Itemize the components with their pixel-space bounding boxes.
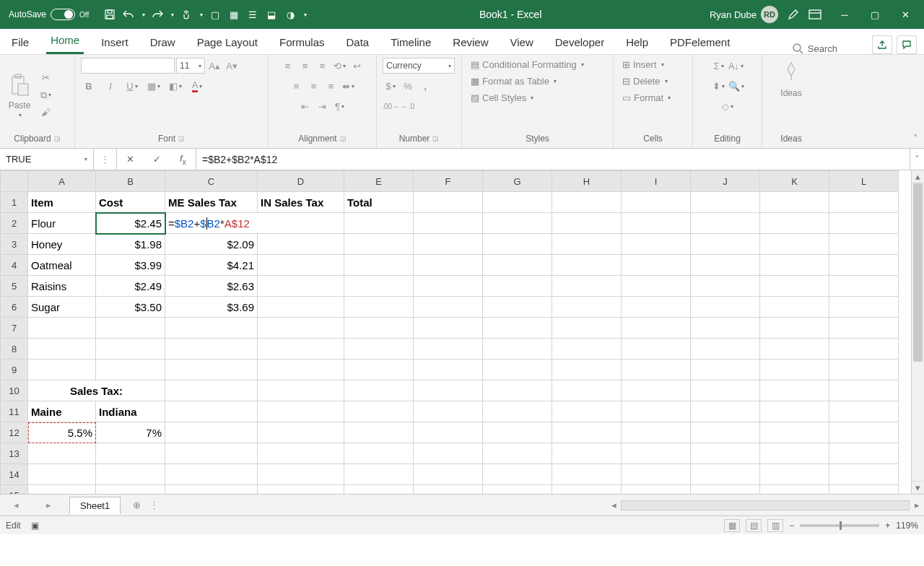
qat-icon-2[interactable]: ▦ xyxy=(227,8,240,21)
row-header-5[interactable]: 5 xyxy=(1,276,28,297)
cell-D8[interactable] xyxy=(258,339,344,360)
cell-C5[interactable]: $2.63 xyxy=(165,276,258,297)
cell-F5[interactable] xyxy=(414,276,483,297)
cell-I10[interactable] xyxy=(622,380,691,401)
close-icon[interactable]: ✕ xyxy=(895,9,915,20)
cell-B9[interactable] xyxy=(96,360,165,380)
paste-icon[interactable] xyxy=(6,71,33,99)
cell-C15[interactable] xyxy=(165,485,258,495)
col-header-J[interactable]: J xyxy=(691,171,760,192)
fill-icon[interactable]: ⬍▾ xyxy=(711,78,727,94)
cell-G15[interactable] xyxy=(483,485,552,495)
qat-icon-1[interactable]: ▢ xyxy=(209,8,222,21)
comma-icon[interactable]: , xyxy=(417,78,433,94)
account-button[interactable]: Ryan Dube RD xyxy=(710,6,778,23)
cell-I14[interactable] xyxy=(622,464,691,485)
cell-G12[interactable] xyxy=(483,422,552,443)
view-page-layout-icon[interactable]: ▤ xyxy=(746,519,762,532)
cell-C1[interactable]: ME Sales Tax xyxy=(165,192,258,213)
cell-A10[interactable]: Sales Tax: xyxy=(28,380,165,401)
sheet-tab-sheet1[interactable]: Sheet1 xyxy=(69,497,121,514)
cell-D6[interactable] xyxy=(258,297,344,318)
maximize-icon[interactable]: ▢ xyxy=(865,9,885,20)
cell-L2[interactable] xyxy=(829,213,899,234)
accounting-icon[interactable]: $▾ xyxy=(383,78,398,94)
cell-J7[interactable] xyxy=(691,318,760,339)
row-header-13[interactable]: 13 xyxy=(1,443,28,464)
col-header-B[interactable]: B xyxy=(96,171,165,192)
zoom-slider[interactable] xyxy=(800,524,879,527)
row-header-3[interactable]: 3 xyxy=(1,234,28,255)
increase-indent-icon[interactable]: ⇥ xyxy=(315,98,331,114)
cell-G9[interactable] xyxy=(483,360,552,380)
autosum-icon[interactable]: Σ▾ xyxy=(711,58,727,74)
find-select-icon[interactable]: 🔍▾ xyxy=(728,78,744,94)
cell-E5[interactable] xyxy=(344,276,414,297)
cell-L12[interactable] xyxy=(829,422,899,443)
qat-more-icon[interactable]: ▾ xyxy=(304,12,307,18)
tell-me-search[interactable]: Search xyxy=(792,43,859,54)
cell-K8[interactable] xyxy=(760,339,829,360)
cell-H9[interactable] xyxy=(552,360,622,380)
cut-icon[interactable]: ✂ xyxy=(38,70,53,86)
cell-A8[interactable] xyxy=(28,339,96,360)
decrease-font-icon[interactable]: A▾ xyxy=(224,58,240,74)
zoom-level[interactable]: 119% xyxy=(896,521,918,531)
cell-L10[interactable] xyxy=(829,380,899,401)
cell-I5[interactable] xyxy=(622,276,691,297)
cell-J12[interactable] xyxy=(691,422,760,443)
cell-A13[interactable] xyxy=(28,443,96,464)
cell-I4[interactable] xyxy=(622,255,691,276)
cell-A5[interactable]: Raisins xyxy=(28,276,96,297)
font-size-combo[interactable]: 11▾ xyxy=(176,58,205,74)
scroll-thumb[interactable] xyxy=(913,183,923,362)
cell-I13[interactable] xyxy=(622,443,691,464)
cell-F9[interactable] xyxy=(414,360,483,380)
cancel-formula-icon[interactable]: ✕ xyxy=(126,154,134,165)
cell-K14[interactable] xyxy=(760,464,829,485)
cell-E14[interactable] xyxy=(344,464,414,485)
name-box-dd-icon[interactable]: ▾ xyxy=(84,156,87,162)
cell-F2[interactable] xyxy=(414,213,483,234)
cell-G11[interactable] xyxy=(483,401,552,422)
pen-icon[interactable] xyxy=(787,8,800,21)
cell-A1[interactable]: Item xyxy=(28,192,96,213)
cell-I11[interactable] xyxy=(622,401,691,422)
cell-C14[interactable] xyxy=(165,464,258,485)
col-header-H[interactable]: H xyxy=(552,171,622,192)
cell-B3[interactable]: $1.98 xyxy=(96,234,165,255)
row-header-2[interactable]: 2 xyxy=(1,213,28,234)
cell-E13[interactable] xyxy=(344,443,414,464)
merge-icon[interactable]: ⬌▾ xyxy=(341,78,357,94)
sort-filter-icon[interactable]: A↓▾ xyxy=(728,58,744,74)
cell-I2[interactable] xyxy=(622,213,691,234)
cell-G6[interactable] xyxy=(483,297,552,318)
format-as-table-button[interactable]: ▦Format as Table▾ xyxy=(468,74,559,88)
cell-C11[interactable] xyxy=(165,401,258,422)
cell-J13[interactable] xyxy=(691,443,760,464)
cell-F7[interactable] xyxy=(414,318,483,339)
cell-L5[interactable] xyxy=(829,276,899,297)
underline-icon[interactable]: U▾ xyxy=(124,78,140,94)
cell-K9[interactable] xyxy=(760,360,829,380)
share-icon[interactable] xyxy=(872,35,892,54)
cell-D5[interactable] xyxy=(258,276,344,297)
cell-H5[interactable] xyxy=(552,276,622,297)
cell-F8[interactable] xyxy=(414,339,483,360)
cell-L1[interactable] xyxy=(829,192,899,213)
cell-J3[interactable] xyxy=(691,234,760,255)
name-box[interactable]: TRUE ▾ xyxy=(0,149,94,170)
tab-review[interactable]: Review xyxy=(448,32,492,54)
number-format-combo[interactable]: Currency▾ xyxy=(383,58,455,74)
paste-dd-icon[interactable]: ▾ xyxy=(19,112,22,118)
new-sheet-icon[interactable]: ⊕ xyxy=(128,497,145,513)
cell-E2[interactable] xyxy=(344,213,414,234)
increase-font-icon[interactable]: A▴ xyxy=(206,58,222,74)
conditional-formatting-button[interactable]: ▤Conditional Formatting▾ xyxy=(468,58,587,71)
cell-H15[interactable] xyxy=(552,485,622,495)
cell-J2[interactable] xyxy=(691,213,760,234)
cell-I7[interactable] xyxy=(622,318,691,339)
cell-C8[interactable] xyxy=(165,339,258,360)
cell-F13[interactable] xyxy=(414,443,483,464)
cell-I15[interactable] xyxy=(622,485,691,495)
